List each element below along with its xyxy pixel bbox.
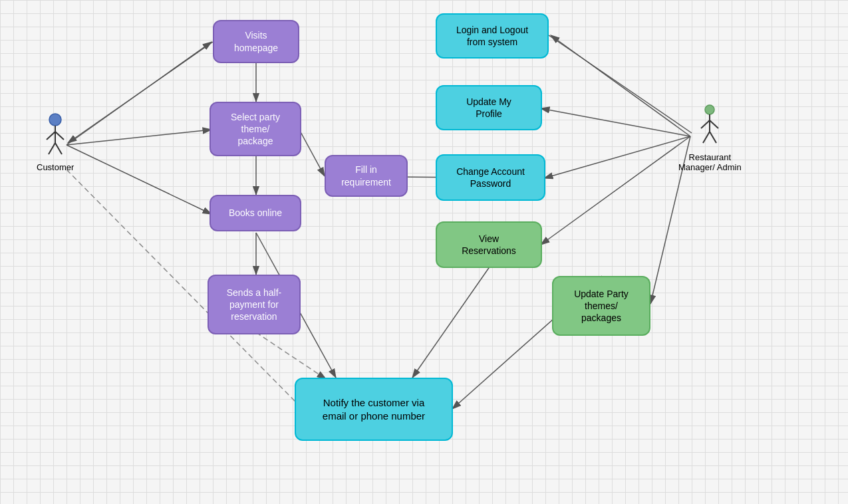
svg-line-30	[701, 120, 710, 128]
view-reservations-node: ViewReservations	[436, 221, 542, 268]
svg-line-13	[544, 136, 690, 178]
books-online-node: Books online	[210, 195, 301, 231]
notify-node: Notify the customer viaemail or phone nu…	[295, 378, 453, 441]
svg-line-26	[49, 143, 55, 154]
update-profile-node: Update MyProfile	[436, 85, 542, 130]
svg-line-5	[68, 42, 213, 143]
svg-line-12	[541, 108, 690, 136]
update-party-node: Update Partythemes/packages	[552, 276, 650, 336]
customer-stick-figure	[43, 113, 67, 160]
select-party-node: Select partytheme/package	[210, 102, 301, 156]
svg-line-32	[703, 132, 710, 143]
manager-actor: RestaurantManager/ Admin	[678, 103, 742, 172]
svg-line-9	[299, 130, 325, 176]
svg-point-22	[49, 114, 61, 126]
svg-line-27	[55, 143, 62, 154]
svg-line-17	[412, 266, 490, 378]
visits-homepage-node: Visits homepage	[213, 20, 299, 63]
svg-line-11	[551, 35, 690, 136]
svg-line-4	[67, 145, 212, 214]
sends-payment-node: Sends a half-payment forreservation	[208, 275, 301, 334]
manager-label: RestaurantManager/ Admin	[678, 152, 742, 172]
svg-line-33	[710, 132, 716, 143]
svg-point-28	[705, 105, 714, 114]
svg-line-31	[710, 120, 718, 128]
svg-line-16	[549, 35, 692, 133]
login-logout-node: Login and Logoutfrom system	[436, 13, 549, 59]
svg-line-25	[55, 132, 64, 140]
customer-label: Customer	[37, 162, 74, 172]
customer-actor: Customer	[37, 113, 74, 172]
svg-line-3	[67, 130, 212, 145]
diagram-container: Customer RestaurantManager/ Admin Visits…	[0, 0, 848, 504]
manager-stick-figure	[698, 103, 722, 150]
svg-line-24	[47, 132, 55, 140]
change-password-node: Change AccountPassword	[436, 154, 545, 201]
svg-line-2	[67, 42, 212, 145]
svg-line-14	[541, 136, 690, 245]
svg-line-19	[256, 332, 326, 379]
fill-requirement-node: Fill inrequirement	[325, 155, 408, 197]
